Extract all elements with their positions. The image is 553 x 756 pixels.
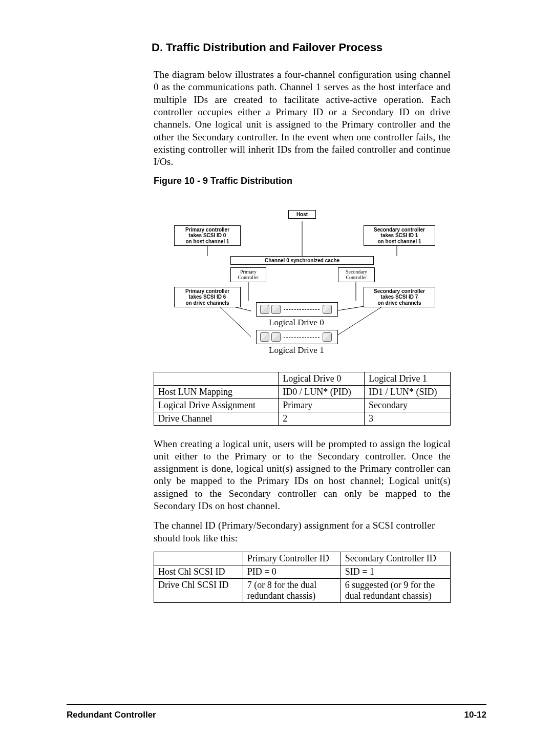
diagram-dash bbox=[284, 337, 320, 338]
table-row: Primary Controller ID Secondary Controll… bbox=[154, 552, 451, 565]
disk-icon bbox=[271, 332, 281, 342]
disk-icon bbox=[260, 332, 269, 342]
table-cell: Primary bbox=[279, 398, 365, 412]
diagram-dash bbox=[284, 309, 320, 310]
body-paragraph: The channel ID (Primary/Secondary) assig… bbox=[154, 519, 451, 544]
table-row: Drive Chl SCSI ID 7 (or 8 for the dual r… bbox=[154, 579, 451, 603]
table-cell: Primary Controller ID bbox=[243, 552, 341, 565]
table-cell: 2 bbox=[279, 412, 365, 425]
page-footer: Redundant Controller 10-12 bbox=[67, 704, 486, 720]
table-row: Host Chl SCSI ID PID = 0 SID = 1 bbox=[154, 565, 451, 579]
disk-icon bbox=[271, 305, 281, 314]
table-row: Logical Drive Assignment Primary Seconda… bbox=[154, 398, 451, 412]
disk-icon bbox=[323, 332, 332, 342]
diagram-sync-cache: Channel 0 synchronized cache bbox=[230, 256, 374, 265]
page: D. Traffic Distribution and Failover Pro… bbox=[0, 0, 553, 756]
diagram-secondary-host-note: Secondary controller takes SCSI ID 1 on … bbox=[364, 225, 435, 246]
diagram-secondary-drive-note: Secondary controller takes SCSI ID 7 on … bbox=[364, 287, 435, 308]
intro-paragraph: The diagram below illustrates a four-cha… bbox=[154, 69, 451, 169]
table-row: Drive Channel 2 3 bbox=[154, 412, 451, 425]
body-paragraph: When creating a logical unit, users will… bbox=[154, 438, 451, 513]
table-row: Host LUN Mapping ID0 / LUN* (PID) ID1 / … bbox=[154, 385, 451, 398]
diagram-primary-drive-note: Primary controller takes SCSI ID 6 on dr… bbox=[174, 287, 241, 308]
table-cell: ID0 / LUN* (PID) bbox=[279, 385, 365, 398]
diagram-host-box: Host bbox=[288, 210, 316, 219]
table-cell: 3 bbox=[365, 412, 451, 425]
table-row: Logical Drive 0 Logical Drive 1 bbox=[154, 372, 451, 385]
table-cell: 6 suggested (or 9 for the dual redundant… bbox=[341, 579, 450, 603]
table-cell: Secondary bbox=[365, 398, 451, 412]
footer-page-number: 10-12 bbox=[464, 710, 486, 720]
diagram-ld0-label: Logical Drive 0 bbox=[269, 318, 324, 328]
table-cell: Host LUN Mapping bbox=[154, 385, 279, 398]
disk-icon bbox=[260, 305, 269, 314]
footer-title: Redundant Controller bbox=[67, 710, 156, 720]
table-cell: Drive Channel bbox=[154, 412, 279, 425]
traffic-diagram: Host Primary controller takes SCSI ID 0 … bbox=[159, 196, 445, 360]
table-cell: SID = 1 bbox=[341, 565, 450, 579]
table-cell: 7 (or 8 for the dual redundant chassis) bbox=[243, 579, 341, 603]
table-cell: ID1 / LUN* (SID) bbox=[365, 385, 451, 398]
table-cell: Logical Drive 0 bbox=[279, 372, 365, 385]
table-cell: Host Chl SCSI ID bbox=[154, 565, 243, 579]
table-cell bbox=[154, 552, 243, 565]
table-cell bbox=[154, 372, 279, 385]
diagram-primary-host-note: Primary controller takes SCSI ID 0 on ho… bbox=[174, 225, 241, 246]
channel-id-table: Primary Controller ID Secondary Controll… bbox=[154, 552, 451, 603]
section-heading: D. Traffic Distribution and Failover Pro… bbox=[152, 41, 451, 54]
logical-drive-table: Logical Drive 0 Logical Drive 1 Host LUN… bbox=[154, 372, 451, 426]
table-cell: PID = 0 bbox=[243, 565, 341, 579]
diagram-primary-controller: Primary Controller bbox=[230, 267, 266, 282]
diagram-ld1-label: Logical Drive 1 bbox=[269, 345, 324, 355]
table-cell: Logical Drive Assignment bbox=[154, 398, 279, 412]
table-cell: Drive Chl SCSI ID bbox=[154, 579, 243, 603]
disk-icon bbox=[323, 305, 332, 314]
table-cell: Logical Drive 1 bbox=[365, 372, 451, 385]
diagram-secondary-controller: Secondary Controller bbox=[338, 267, 375, 282]
table-cell: Secondary Controller ID bbox=[341, 552, 450, 565]
figure-caption: Figure 10 - 9 Traffic Distribution bbox=[154, 176, 451, 186]
